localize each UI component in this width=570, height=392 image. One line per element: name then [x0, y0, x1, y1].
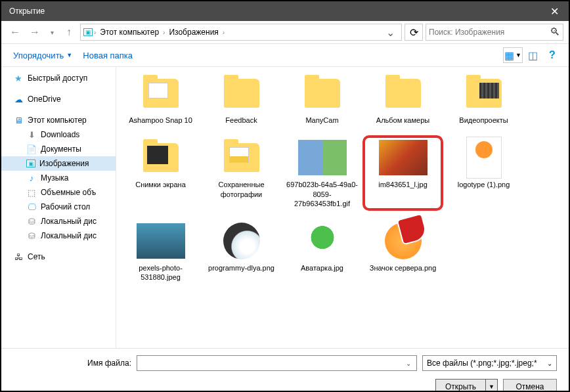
folder-item[interactable]: Снимки экрана — [123, 134, 198, 212]
search-box[interactable]: 🔍︎ — [426, 24, 563, 41]
refresh-button[interactable]: ⟳ — [405, 24, 423, 41]
image-thumbnail — [466, 137, 502, 179]
folder-icon — [143, 143, 179, 172]
image-item[interactable]: logotype (1).png — [446, 134, 521, 212]
window-title: Открытие — [7, 7, 545, 16]
arrow-right-icon: → — [30, 26, 40, 38]
arrow-left-icon: ← — [10, 26, 20, 38]
image-thumbnail — [379, 140, 428, 175]
titlebar: Открытие ✕ — [1, 1, 569, 21]
sidebar-quick-access[interactable]: ★Быстрый доступ — [1, 71, 116, 85]
help-icon: ? — [549, 49, 556, 61]
sidebar-local-disk-1[interactable]: ⛁Локальный дис — [1, 214, 116, 229]
image-thumbnail — [223, 223, 260, 259]
folder-item[interactable]: ManyCam — [284, 70, 360, 129]
sidebar-images[interactable]: ▣Изображения — [1, 156, 116, 171]
file-type-filter[interactable]: Все файлы (*.png;*.jpg;*.jpeg;* ⌄ — [422, 355, 557, 371]
organize-button[interactable]: Упорядочить ▼ — [8, 48, 77, 63]
view-mode-button[interactable]: ▦▼ — [503, 47, 523, 63]
sidebar-downloads[interactable]: ⬇Downloads — [1, 127, 116, 142]
pictures-icon: ▣ — [26, 160, 35, 167]
chevron-right-icon: › — [221, 29, 226, 36]
sidebar-this-pc[interactable]: 🖥Этот компьютер — [1, 113, 116, 127]
folder-item[interactable]: Ashampoo Snap 10 — [123, 70, 198, 129]
toolbar: Упорядочить ▼ Новая папка ▦▼ ◫ ? — [1, 44, 569, 67]
nav-bar: ← → ▾ ↑ ▣ › Этот компьютер › Изображения… — [1, 21, 569, 44]
image-item[interactable]: Значок сервера.png — [365, 217, 441, 286]
search-icon: 🔍︎ — [550, 26, 560, 38]
open-label: Открыть — [436, 380, 486, 392]
image-thumbnail — [385, 223, 422, 259]
chevron-right-icon: › — [162, 29, 166, 36]
recent-button[interactable]: ▾ — [46, 24, 58, 41]
chevron-right-icon: › — [93, 29, 97, 36]
chevron-down-icon[interactable]: ⌄ — [403, 360, 414, 367]
sidebar-onedrive[interactable]: ☁OneDrive — [1, 92, 116, 106]
search-input[interactable] — [429, 28, 550, 37]
disk-icon: ⛁ — [26, 230, 37, 241]
image-item-selected[interactable]: im843651_l.jpg — [365, 134, 441, 212]
panel-icon: ◫ — [528, 49, 538, 62]
folder-item[interactable]: Видеопроекты — [446, 70, 521, 129]
filename-input-wrapper[interactable]: ⌄ — [137, 355, 417, 371]
preview-pane-button[interactable]: ◫ — [523, 47, 542, 63]
main-area: ★Быстрый доступ ☁OneDrive 🖥Этот компьюте… — [1, 67, 569, 348]
crumb-root[interactable]: Этот компьютер — [97, 28, 162, 37]
sidebar-network[interactable]: 🖧Сеть — [1, 250, 116, 264]
document-icon: 📄 — [26, 144, 37, 154]
close-icon[interactable]: ✕ — [545, 5, 563, 18]
folder-icon — [305, 79, 340, 108]
new-folder-button[interactable]: Новая папка — [77, 48, 138, 63]
back-button[interactable]: ← — [7, 24, 24, 41]
folder-icon — [224, 143, 259, 172]
chevron-down-icon: ▼ — [515, 52, 521, 58]
image-item[interactable]: Аватарка.jpg — [284, 217, 360, 286]
disk-icon: ⛁ — [26, 216, 37, 227]
filename-input[interactable] — [140, 359, 403, 368]
up-button[interactable]: ↑ — [60, 24, 77, 41]
folder-icon — [224, 79, 259, 108]
pc-icon: 🖥 — [13, 115, 24, 125]
chevron-down-icon[interactable]: ▼ — [486, 383, 497, 390]
cube-icon: ⬚ — [26, 187, 37, 198]
chevron-down-icon: ⌄ — [547, 360, 552, 367]
open-button[interactable]: Открыть ▼ — [435, 379, 498, 392]
folder-item[interactable]: Сохраненные фотографии — [204, 134, 279, 212]
sidebar-3d[interactable]: ⬚Объемные объ — [1, 185, 116, 200]
sidebar-music[interactable]: ♪Музыка — [1, 171, 116, 185]
forward-button[interactable]: → — [26, 24, 43, 41]
folder-icon — [466, 79, 502, 108]
folder-icon — [385, 79, 421, 108]
organize-label: Упорядочить — [13, 51, 64, 60]
new-folder-label: Новая папка — [83, 51, 133, 60]
sidebar: ★Быстрый доступ ☁OneDrive 🖥Этот компьюте… — [1, 67, 116, 348]
thumbnails-icon: ▦ — [504, 49, 514, 62]
filename-label: Имя файла: — [13, 359, 131, 368]
crumb-current[interactable]: Изображения — [166, 28, 221, 37]
pictures-icon: ▣ — [83, 28, 93, 36]
network-icon: 🖧 — [13, 251, 24, 262]
image-thumbnail — [298, 140, 347, 175]
chevron-down-icon: ▾ — [51, 29, 54, 36]
image-item[interactable]: programmy-dlya.png — [204, 217, 279, 286]
folder-item[interactable]: Альбом камеры — [365, 70, 441, 129]
footer: Имя файла: ⌄ Все файлы (*.png;*.jpg;*.jp… — [1, 348, 569, 392]
sidebar-documents[interactable]: 📄Документы — [1, 142, 116, 156]
arrow-up-icon: ↑ — [66, 26, 72, 38]
sidebar-local-disk-2[interactable]: ⛁Локальный дис — [1, 229, 116, 243]
refresh-icon: ⟳ — [410, 26, 418, 39]
star-icon: ★ — [13, 73, 24, 83]
download-icon: ⬇ — [26, 129, 37, 140]
music-icon: ♪ — [26, 173, 37, 183]
help-button[interactable]: ? — [542, 47, 562, 63]
chevron-down-icon: ▼ — [66, 52, 72, 58]
image-item[interactable]: 697b023b-64a5-49a0-8059-27b963453fb1.gif — [284, 134, 360, 212]
address-bar[interactable]: ▣ › Этот компьютер › Изображения › ⌄ — [80, 24, 402, 41]
address-dropdown-icon[interactable]: ⌄ — [382, 26, 399, 39]
folder-item[interactable]: Feedback — [204, 70, 279, 129]
image-thumbnail — [298, 223, 347, 259]
image-item[interactable]: pexels-photo-531880.jpeg — [123, 217, 198, 286]
cancel-button[interactable]: Отмена — [503, 379, 557, 392]
folder-icon — [143, 79, 179, 108]
sidebar-desktop[interactable]: 🖵Рабочий стол — [1, 200, 116, 214]
